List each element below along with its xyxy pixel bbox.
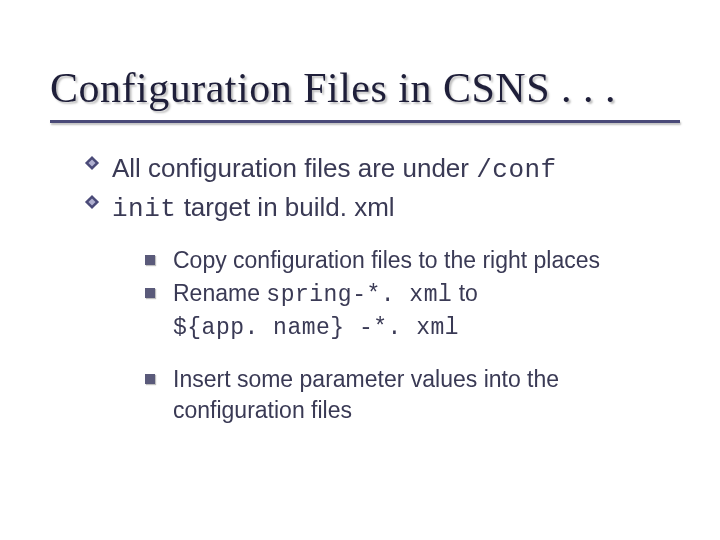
list-item: Copy configuration files to the right pl… — [145, 245, 680, 276]
slide: Configuration Files in CSNS . . . All co… — [0, 0, 720, 540]
list-item: All configuration files are under /conf — [84, 151, 680, 188]
text: target in build. xml — [176, 192, 394, 222]
square-bullet-icon — [145, 255, 155, 265]
square-bullet-icon — [145, 374, 155, 384]
list-item: Rename spring-*. xml to ${app. name} -*.… — [145, 278, 680, 344]
code: /conf — [476, 155, 557, 185]
code: spring-*. xml — [266, 282, 452, 308]
bullet-list-level-1: All configuration files are under /conf … — [84, 151, 680, 227]
diamond-bullet-icon — [84, 155, 100, 171]
text: Copy configuration files to the right pl… — [173, 247, 600, 273]
text: Insert some parameter values into the co… — [173, 366, 559, 423]
text: to — [452, 280, 478, 306]
code: init — [112, 194, 176, 224]
diamond-bullet-icon — [84, 194, 100, 210]
code: ${app. name} -*. xml — [173, 315, 459, 341]
text: All configuration files are under — [112, 153, 476, 183]
bullet-list-level-2: Copy configuration files to the right pl… — [145, 245, 680, 426]
square-bullet-icon — [145, 288, 155, 298]
list-item: Insert some parameter values into the co… — [145, 364, 680, 426]
text: Rename — [173, 280, 266, 306]
slide-title: Configuration Files in CSNS . . . — [50, 64, 680, 112]
title-underline — [50, 120, 680, 123]
list-item: init target in build. xml — [84, 190, 680, 227]
